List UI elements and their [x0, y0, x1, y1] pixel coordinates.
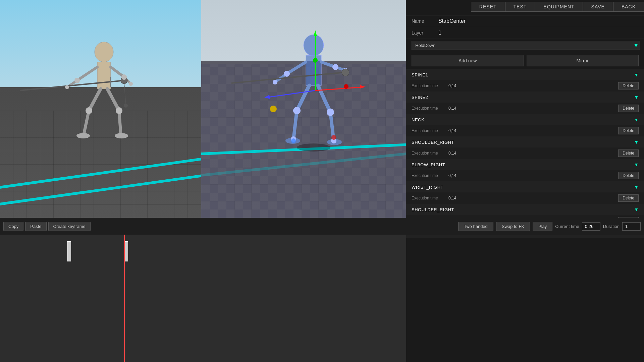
bone-header-6[interactable]: SHOULDER_RIGHT ▼ — [406, 204, 644, 215]
bone-entry-1: SPINE2 ▼ Execution time 0,14 Delete — [406, 92, 644, 114]
svg-point-60 — [297, 143, 330, 152]
bone-exec-label-2: Execution time — [412, 128, 445, 133]
bone-entry-4: ELBOW_RIGHT ▼ Execution time 0,14 Delete — [406, 159, 644, 182]
bone-exec-value-4: 0,14 — [448, 173, 615, 178]
bone-exec-value-2: 0,14 — [448, 128, 615, 133]
bone-entry-3: SHOULDER_RIGHT ▼ Execution time 0,14 Del… — [406, 137, 644, 159]
bone-header-5[interactable]: WRIST_RIGHT ▼ — [406, 182, 644, 192]
bone-delete-btn-5[interactable]: Delete — [618, 194, 639, 202]
figure-right-svg — [201, 0, 406, 218]
bone-delete-btn-4[interactable]: Delete — [618, 172, 639, 179]
name-value: StabCenter — [438, 18, 466, 24]
bone-delete-btn-1[interactable]: Delete — [618, 105, 639, 112]
bone-arrow-5: ▼ — [634, 184, 639, 190]
add-new-button[interactable]: Add new — [412, 55, 524, 66]
bone-name-1: SPINE2 — [412, 95, 634, 100]
bone-arrow-0: ▼ — [634, 72, 639, 77]
two-handed-button[interactable]: Two handed — [458, 222, 493, 231]
bone-arrow-4: ▼ — [634, 162, 639, 167]
bone-exec-label-0: Execution time — [412, 83, 445, 88]
keyframe-marker[interactable] — [67, 241, 71, 261]
svg-line-8 — [107, 89, 119, 111]
bone-exec-label-3: Execution time — [412, 151, 445, 156]
svg-line-6 — [89, 89, 101, 111]
holddown-row: HoldDown ▼ — [406, 39, 644, 52]
bone-name-6: SHOULDER_RIGHT — [412, 207, 634, 212]
bone-delete-btn-3[interactable]: Delete — [618, 149, 639, 157]
svg-point-11 — [115, 133, 128, 138]
layer-value: 1 — [438, 30, 441, 36]
bone-name-3: SHOULDER_RIGHT — [412, 140, 634, 145]
bone-name-4: ELBOW_RIGHT — [412, 162, 634, 167]
toolbar-right: Two handed Swap to FK Play Current time … — [458, 222, 641, 231]
bone-exec-label-5: Execution time — [412, 196, 445, 200]
bone-detail-4: Execution time 0,14 Delete — [406, 170, 644, 181]
svg-line-9 — [119, 111, 121, 134]
svg-point-20 — [129, 82, 133, 86]
viewport-left — [0, 0, 201, 218]
svg-point-57 — [313, 58, 318, 63]
test-button[interactable]: TEST — [505, 2, 535, 12]
reset-button[interactable]: RESET — [471, 2, 505, 12]
bone-arrow-6: ▼ — [634, 207, 639, 212]
svg-point-10 — [76, 133, 90, 138]
bone-delete-btn-2[interactable]: Delete — [618, 127, 639, 134]
svg-line-15 — [124, 84, 126, 104]
name-row: Name StabCenter — [406, 15, 644, 27]
name-label: Name — [412, 18, 435, 24]
bone-name-2: NECK — [412, 117, 634, 122]
layer-label: Layer — [412, 30, 435, 36]
bone-entry-0: SPINE1 ▼ Execution time 0,14 Delete — [406, 69, 644, 92]
create-keyframe-button[interactable]: Create keyframe — [48, 222, 91, 231]
svg-point-18 — [65, 85, 69, 89]
bone-header-3[interactable]: SHOULDER_RIGHT ▼ — [406, 137, 644, 147]
save-button[interactable]: SAVE — [583, 2, 613, 12]
bottom-toolbar: Copy Paste Create keyframe Two handed Sw… — [0, 218, 644, 235]
bone-delete-btn-0[interactable]: Delete — [618, 82, 639, 89]
svg-point-29 — [304, 35, 324, 56]
playhead[interactable] — [124, 235, 125, 362]
bone-exec-value-5: 0,14 — [448, 196, 615, 200]
bone-exec-value-3: 0,14 — [448, 151, 615, 156]
svg-point-22 — [116, 107, 122, 114]
top-bar: RESET TEST EQUIPMENT SAVE BACK — [0, 0, 644, 13]
mirror-button[interactable]: Mirror — [527, 55, 639, 66]
svg-line-2 — [77, 67, 97, 80]
bone-header-0[interactable]: SPINE1 ▼ — [406, 69, 644, 80]
bone-arrow-1: ▼ — [634, 95, 639, 100]
paste-button[interactable]: Paste — [25, 222, 46, 231]
copy-button[interactable]: Copy — [3, 222, 23, 231]
bone-exec-label-1: Execution time — [412, 106, 445, 111]
duration-input[interactable] — [622, 222, 641, 231]
swap-to-fk-button[interactable]: Swap to FK — [496, 222, 530, 231]
bone-entry-5: WRIST_RIGHT ▼ Execution time 0,14 Delete — [406, 182, 644, 204]
bone-name-0: SPINE1 — [412, 72, 634, 77]
current-time-input[interactable] — [582, 222, 600, 231]
svg-point-17 — [74, 78, 80, 83]
bone-header-1[interactable]: SPINE2 ▼ — [406, 92, 644, 103]
bone-detail-2: Execution time 0,14 Delete — [406, 125, 644, 136]
svg-point-58 — [344, 84, 348, 89]
bone-arrow-3: ▼ — [634, 139, 639, 145]
play-button[interactable]: Play — [533, 222, 552, 231]
svg-point-19 — [121, 74, 127, 80]
bone-detail-5: Execution time 0,14 Delete — [406, 192, 644, 204]
bone-detail-3: Execution time 0,14 Delete — [406, 147, 644, 159]
bone-header-4[interactable]: ELBOW_RIGHT ▼ — [406, 159, 644, 170]
holddown-select[interactable]: HoldDown — [412, 41, 640, 50]
equipment-button[interactable]: EQUIPMENT — [535, 2, 583, 12]
bone-exec-value-1: 0,14 — [448, 106, 615, 111]
svg-point-61 — [331, 135, 336, 140]
svg-point-50 — [342, 69, 349, 76]
svg-point-0 — [95, 42, 113, 62]
svg-point-46 — [327, 109, 334, 116]
bone-exec-value-0: 0,14 — [448, 83, 615, 88]
svg-point-42 — [273, 80, 277, 84]
timeline-area[interactable] — [0, 235, 406, 362]
duration-label: Duration — [603, 224, 620, 229]
svg-line-7 — [84, 111, 89, 134]
back-button[interactable]: BACK — [613, 2, 644, 12]
svg-point-43 — [332, 64, 338, 70]
bone-header-2[interactable]: NECK ▼ — [406, 114, 644, 125]
svg-rect-1 — [97, 62, 111, 89]
